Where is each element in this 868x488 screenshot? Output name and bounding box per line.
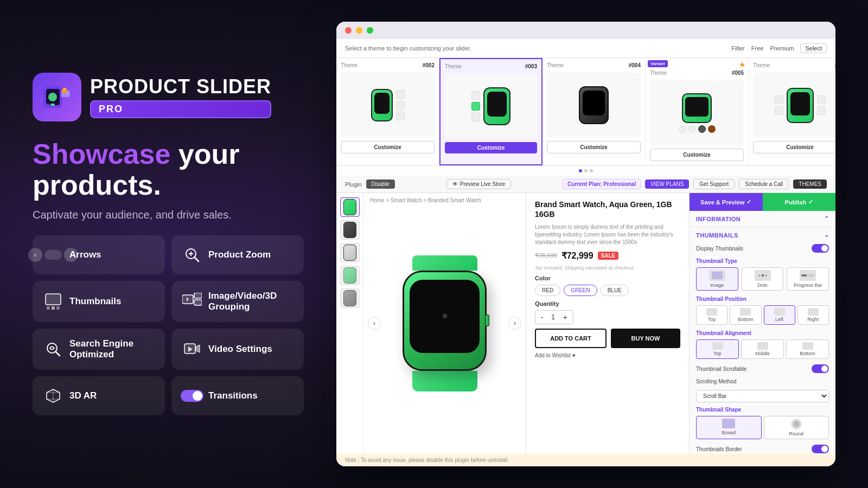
thumb-item-1[interactable]	[340, 197, 360, 217]
pos-right[interactable]: Right	[797, 305, 829, 325]
display-thumbnails-label: Display Thumbnails	[696, 246, 743, 252]
feature-item-product-zoom[interactable]: Product Zoom	[171, 235, 304, 274]
logo-text-area: PRODUCT SLIDER PRO	[90, 76, 271, 119]
theme-card-004[interactable]: Theme #004 Customize	[542, 58, 646, 165]
qty-decrease[interactable]: -	[541, 313, 544, 322]
publish-button[interactable]: Publish ✓	[763, 193, 836, 211]
headline-purple: Showcase	[33, 138, 170, 170]
settings-panel: Save & Preview ✓ Publish ✓ INFORMATION ⌃	[689, 193, 835, 453]
thumb-item-4[interactable]	[340, 266, 360, 285]
dot-1[interactable]	[579, 169, 582, 172]
nav-arrow-left[interactable]: ‹	[368, 317, 381, 330]
pos-bottom[interactable]: Bottom	[730, 305, 761, 325]
product-details: Brand Smart Watch, Aqua Green, 1GB 16GB …	[526, 193, 689, 453]
premium-label[interactable]: Premium	[770, 45, 794, 52]
feature-item-transitions[interactable]: Transitions	[171, 376, 304, 415]
theme-label: Theme	[445, 63, 462, 69]
feature-item-arrows[interactable]: ‹ › Arrows	[33, 235, 165, 274]
qty-increase[interactable]: +	[563, 313, 567, 322]
add-to-cart-button[interactable]: ADD TO CART	[535, 329, 607, 348]
save-preview-label: Save & Preview	[700, 199, 744, 206]
scrolling-method-select[interactable]: Scroll Bar	[696, 390, 829, 402]
pos-left[interactable]: Left	[764, 305, 795, 325]
free-label[interactable]: Free	[751, 45, 764, 52]
chevron-down-icon: ⌃	[824, 215, 829, 222]
customize-btn-004[interactable]: Customize	[547, 141, 641, 153]
thumb-item-3[interactable]	[340, 243, 360, 262]
scrollable-row: Thumbnail Scrollable	[696, 364, 829, 373]
theme-card-003[interactable]: Theme #003	[439, 58, 542, 165]
thumbnails-label: THUMBNAILS	[696, 232, 738, 239]
thumbnails-header[interactable]: THUMBNAILS ⌄	[696, 232, 829, 239]
customize-btn-003[interactable]: Customize	[445, 142, 537, 153]
plugin-bar: Plugin Disable 👁 Preview Live Store Curr…	[336, 176, 835, 193]
save-preview-button[interactable]: Save & Preview ✓	[690, 193, 763, 211]
grouping-icon	[182, 292, 202, 311]
select-dropdown[interactable]: Select	[800, 43, 827, 53]
themes-button[interactable]: THEMES	[793, 179, 827, 189]
color-blue[interactable]: BLUE	[601, 285, 629, 296]
theme-preview	[341, 73, 435, 138]
align-top[interactable]: Top	[696, 339, 739, 359]
zoom-icon	[182, 245, 202, 265]
customize-btn-005[interactable]: Customize	[650, 149, 744, 161]
align-middle[interactable]: Middle	[741, 339, 784, 359]
shape-boxed[interactable]: Boxed	[696, 416, 762, 439]
quantity-label: Quantity	[535, 300, 680, 307]
window-minimize-dot[interactable]	[356, 27, 362, 34]
shape-round[interactable]: Round	[764, 416, 829, 439]
customize-btn-006[interactable]: Customize	[753, 141, 835, 153]
thumb-type-progress[interactable]: Progress Bar	[787, 267, 829, 291]
star-icon: ★	[739, 60, 746, 69]
logo-area: PRODUCT SLIDER PRO	[33, 73, 304, 121]
app-content: Select a theme to begin customizing your…	[336, 39, 835, 466]
align-bottom[interactable]: Bottom	[786, 339, 829, 359]
get-support-button[interactable]: Get Support	[693, 179, 735, 189]
subheadline: Captivate your audience, and drive sales…	[33, 207, 304, 222]
theme-instruction: Select a theme to begin customizing your…	[345, 45, 471, 52]
buy-now-button[interactable]: BUY NOW	[611, 329, 680, 348]
svg-rect-17	[194, 300, 202, 305]
publish-icon: ✓	[808, 198, 813, 206]
quantity-section: Quantity - 1 +	[535, 300, 680, 324]
thumbnail-type-row: Image Dots	[696, 267, 829, 291]
thumbnails-border-label: Thumbnails Border	[696, 446, 742, 452]
information-header[interactable]: INFORMATION ⌃	[696, 215, 829, 222]
window-close-dot[interactable]	[345, 27, 352, 34]
theme-label: Theme	[547, 62, 564, 68]
thumb-type-dots[interactable]: Dots	[742, 267, 784, 291]
wishlist-link[interactable]: Add to Wishlist ♥	[535, 352, 680, 358]
dot-3[interactable]	[590, 169, 593, 172]
schedule-call-button[interactable]: Schedule a Call	[739, 179, 789, 189]
display-thumbnails-toggle[interactable]	[812, 244, 829, 253]
thumbnails-border-toggle[interactable]	[812, 445, 829, 453]
filter-label[interactable]: Filter	[731, 45, 744, 52]
feature-item-thumbnails[interactable]: Thumbnails	[33, 281, 165, 322]
theme-preview	[650, 80, 744, 145]
theme-card-006[interactable]: Theme #006	[749, 58, 835, 165]
theme-card-005[interactable]: Variant ★ Theme #005	[646, 58, 749, 165]
arrows-icon: ‹ ›	[43, 245, 63, 265]
feature-item-image-video-3d[interactable]: Image/Video/3D Grouping	[171, 281, 304, 322]
thumb-item-5[interactable]	[340, 288, 360, 308]
feature-item-seo[interactable]: Search Engine Optimized	[33, 329, 165, 370]
color-red[interactable]: RED	[535, 285, 560, 296]
feature-item-3d-ar[interactable]: 3D AR	[33, 376, 165, 415]
preview-live-store-button[interactable]: 👁 Preview Live Store	[446, 179, 511, 189]
video-label: Video Settings	[208, 344, 272, 355]
thumb-type-image[interactable]: Image	[696, 267, 738, 291]
disable-button[interactable]: Disable	[366, 179, 395, 189]
customize-btn-002[interactable]: Customize	[341, 141, 435, 153]
feature-item-video-settings[interactable]: Video Settings	[171, 329, 304, 370]
view-plans-button[interactable]: VIEW PLANS	[645, 179, 689, 189]
thumb-item-2[interactable]	[340, 220, 360, 240]
svg-line-8	[194, 257, 199, 261]
nav-arrow-right[interactable]: ›	[508, 317, 521, 330]
theme-card-002[interactable]: Theme #002	[336, 58, 439, 165]
tax-note: Tax included. Shipping calculated at che…	[535, 265, 680, 271]
window-maximize-dot[interactable]	[367, 27, 373, 34]
dot-2[interactable]	[584, 169, 588, 172]
color-green[interactable]: GREEN	[564, 285, 597, 296]
pos-top[interactable]: Top	[696, 305, 727, 325]
scrollable-toggle[interactable]	[812, 364, 829, 373]
